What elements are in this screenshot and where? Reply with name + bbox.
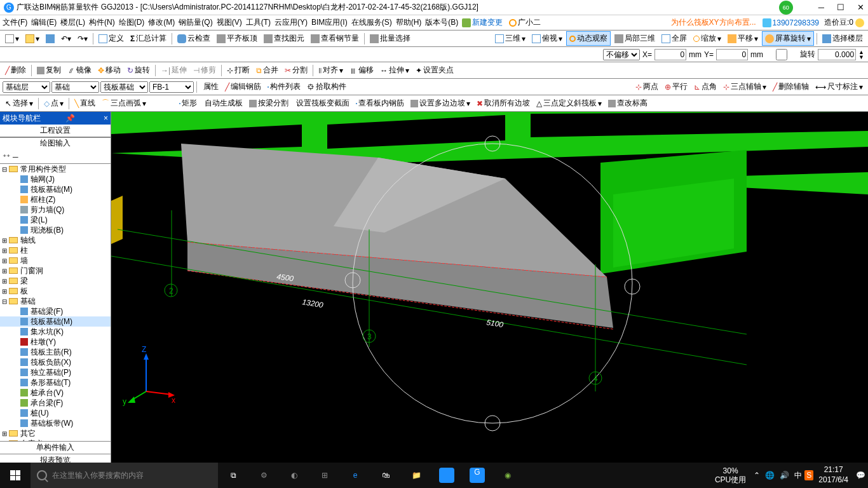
select-floor-button[interactable]: 选择楼层 bbox=[820, 32, 865, 45]
tree-folder[interactable]: 轴线 bbox=[19, 235, 37, 246]
slope-3pt-button[interactable]: △三点定义斜筏板▾ bbox=[534, 97, 604, 110]
tree-item[interactable]: 条形基础(T) bbox=[29, 377, 72, 388]
save-button[interactable] bbox=[43, 33, 57, 44]
parallel-button[interactable]: ⊕平行 bbox=[662, 80, 690, 93]
tree-item[interactable]: 桩承台(V) bbox=[29, 388, 65, 398]
clear-slope-button[interactable]: ✖取消所有边坡 bbox=[474, 97, 532, 110]
menu-component[interactable]: 构件(N) bbox=[89, 17, 115, 28]
taskbar-icon[interactable]: ◐ bbox=[279, 463, 309, 488]
define-button[interactable]: 定义 bbox=[96, 32, 126, 45]
tree-item[interactable]: 现浇板(B) bbox=[29, 225, 65, 236]
tree-item-selected[interactable]: 筏板基础(M) bbox=[29, 316, 74, 327]
menu-rebar[interactable]: 钢筋量(Q) bbox=[179, 17, 212, 28]
tree-folder[interactable]: 墙 bbox=[19, 255, 29, 266]
tree-item[interactable]: 梁(L) bbox=[29, 215, 49, 226]
del-axis-button[interactable]: ╱删除辅轴 bbox=[770, 80, 811, 93]
menu-tools[interactable]: 工具(T) bbox=[246, 17, 271, 28]
tree-folder[interactable]: 梁 bbox=[19, 276, 29, 287]
tab-project-settings[interactable]: 工程设置 bbox=[0, 125, 111, 137]
arc-tool[interactable]: ⌒三点画弧▾ bbox=[99, 97, 149, 110]
gxr-link[interactable]: 广小二 bbox=[518, 17, 541, 28]
menu-online[interactable]: 在线服务(S) bbox=[351, 17, 392, 28]
view-3d-button[interactable]: 三维▾ bbox=[492, 32, 528, 45]
user-id[interactable]: 13907298339 bbox=[773, 18, 819, 27]
tray-ime-icon[interactable]: 中 bbox=[792, 470, 804, 481]
toggle-root[interactable]: ⊟ bbox=[1, 166, 8, 173]
x-input[interactable] bbox=[654, 49, 686, 60]
category-filter[interactable]: 基础 bbox=[51, 81, 99, 93]
tree-item[interactable]: 承台梁(F) bbox=[29, 398, 64, 409]
expand-icon[interactable]: ⁺⁺ bbox=[3, 152, 10, 161]
attr-button[interactable]: 属性 bbox=[200, 80, 221, 93]
y-input[interactable] bbox=[716, 49, 748, 60]
tree-item[interactable]: 基础板带(W) bbox=[29, 418, 74, 429]
menu-cloud[interactable]: 云应用(Y) bbox=[275, 17, 308, 28]
tree-item[interactable]: 框柱(Z) bbox=[29, 194, 57, 205]
tree-item[interactable]: 桩(U) bbox=[29, 408, 50, 419]
menu-modify[interactable]: 修改(M) bbox=[148, 17, 175, 28]
break-button[interactable]: ⊹打断 bbox=[224, 64, 252, 77]
component-tree[interactable]: ⊟常用构件类型 轴网(J) 筏板基础(M) 框柱(Z) 剪力墙(Q) 梁(L) … bbox=[0, 164, 111, 441]
find-button[interactable]: 查找图元 bbox=[261, 32, 307, 45]
taskbar-search[interactable]: 在这里输入你要搜索的内容 bbox=[31, 463, 218, 488]
menu-version[interactable]: 版本号(B) bbox=[425, 17, 458, 28]
rotate-checkbox[interactable] bbox=[766, 49, 797, 60]
toggle[interactable]: ⊞ bbox=[1, 278, 8, 285]
tray-up-icon[interactable]: ⌃ bbox=[751, 471, 763, 480]
menu-floor[interactable]: 楼层(L) bbox=[60, 17, 85, 28]
tree-item[interactable]: 剪力墙(Q) bbox=[29, 205, 65, 215]
taskbar-icon[interactable]: ⚙ bbox=[248, 463, 279, 488]
dim-button[interactable]: ⟷尺寸标注▾ bbox=[813, 80, 865, 93]
align-button[interactable]: ⫴对齐▾ bbox=[316, 64, 346, 77]
point-tool[interactable]: ◇点▾ bbox=[41, 97, 66, 110]
toggle[interactable]: ⊞ bbox=[1, 237, 8, 244]
fullscreen-button[interactable]: 全屏 bbox=[659, 32, 689, 45]
taskbar-clock[interactable]: 21:172017/6/4 bbox=[813, 465, 853, 485]
rotate-input[interactable] bbox=[818, 49, 856, 60]
select-tool[interactable]: ↖ 选择▾ bbox=[3, 97, 36, 110]
taskbar-store[interactable]: 🛍 bbox=[370, 463, 401, 488]
open-button[interactable]: ▾ bbox=[23, 33, 42, 44]
toggle[interactable]: ⊞ bbox=[1, 257, 8, 264]
move-button[interactable]: ✥移动 bbox=[95, 64, 123, 77]
grip-button[interactable]: ✦设置夹点 bbox=[413, 64, 456, 77]
local-3d-button[interactable]: 局部三维 bbox=[612, 32, 658, 45]
tree-base[interactable]: 基础 bbox=[19, 296, 37, 307]
component-filter[interactable]: FB-1 bbox=[149, 81, 194, 93]
stretch-button[interactable]: ↔拉伸▾ bbox=[377, 64, 412, 77]
offset-button[interactable]: ⫼偏移 bbox=[347, 64, 376, 77]
tree-folder[interactable]: 板 bbox=[19, 286, 29, 297]
view-rebar-button[interactable]: 查看钢节量 bbox=[308, 32, 362, 45]
tree-folder[interactable]: 其它 bbox=[19, 428, 37, 439]
toggle-base[interactable]: ⊟ bbox=[1, 298, 8, 305]
copy-button[interactable]: 复制 bbox=[34, 64, 64, 77]
notification-icon[interactable]: 💬 bbox=[853, 471, 868, 480]
task-view-button[interactable]: ⧉ bbox=[218, 463, 248, 488]
new-button[interactable]: ▾ bbox=[3, 33, 22, 44]
top-view-button[interactable]: 俯视▾ bbox=[529, 32, 565, 45]
toggle[interactable]: ⊞ bbox=[1, 430, 8, 437]
taskbar-app1[interactable] bbox=[431, 463, 462, 488]
tree-item[interactable]: 筏板主筋(R) bbox=[29, 347, 73, 358]
tree-item[interactable]: 筏板负筋(X) bbox=[29, 357, 72, 368]
collapse-icon[interactable]: ─ bbox=[13, 152, 18, 161]
tree-item[interactable]: 集水坑(K) bbox=[29, 327, 65, 337]
start-button[interactable] bbox=[0, 463, 31, 488]
green-badge[interactable]: 60 bbox=[779, 1, 793, 15]
tab-single-input[interactable]: 单构件输入 bbox=[0, 441, 111, 454]
maximize-button[interactable]: ☐ bbox=[837, 3, 844, 12]
tree-item[interactable]: 柱墩(Y) bbox=[29, 337, 57, 348]
redo-button[interactable]: ↷▾ bbox=[75, 33, 90, 44]
tree-folder[interactable]: 柱 bbox=[19, 245, 29, 256]
type-filter[interactable]: 筏板基础 bbox=[100, 81, 148, 93]
sum-button[interactable]: Σ 汇总计算 bbox=[128, 32, 169, 45]
close-panel-icon[interactable]: × bbox=[104, 114, 108, 123]
menu-file[interactable]: 文件(F) bbox=[3, 17, 27, 28]
tray-sogou-icon[interactable]: S bbox=[804, 470, 813, 480]
menu-view[interactable]: 视图(V) bbox=[217, 17, 242, 28]
delete-button[interactable]: ╱删除 bbox=[3, 64, 29, 77]
three-axis-button[interactable]: ⊹三点辅轴▾ bbox=[721, 80, 769, 93]
tree-item[interactable]: 筏板基础(M) bbox=[29, 184, 74, 195]
list-button[interactable]: 构件列表 bbox=[265, 80, 303, 93]
batch-select-button[interactable]: 批量选择 bbox=[367, 32, 413, 45]
